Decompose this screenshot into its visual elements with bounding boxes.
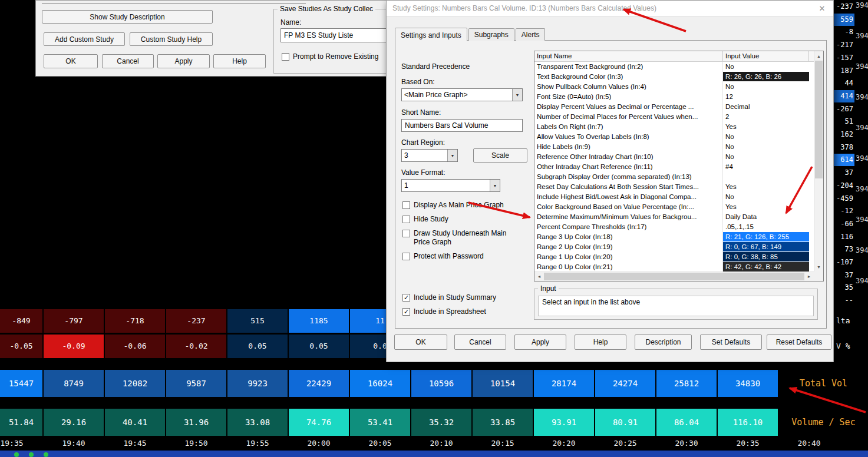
input-table[interactable]: Input Name Input Value Transparent Text … bbox=[534, 51, 824, 282]
input-row[interactable]: Determine Maximum/Minimum Values for Bac… bbox=[534, 212, 814, 222]
input-row[interactable]: Percent Compare Thresholds (In:17).05,.1… bbox=[534, 222, 814, 232]
input-name-cell[interactable]: Display Percent Values as Decimal or Per… bbox=[534, 102, 723, 112]
hscroll-thumb[interactable] bbox=[544, 273, 804, 280]
checkbox-hide-study[interactable]: Hide Study bbox=[402, 215, 519, 224]
scroll-up-icon[interactable]: ▲ bbox=[814, 51, 823, 61]
input-name-cell[interactable]: Percent Compare Thresholds (In:17) bbox=[534, 222, 723, 232]
checkbox-box[interactable] bbox=[402, 216, 410, 223]
checkbox-display-as-main-price-graph[interactable]: Display As Main Price Graph bbox=[402, 201, 519, 210]
input-name-cell[interactable]: Color Background Based on Value Percenta… bbox=[534, 202, 723, 212]
input-value-cell[interactable]: Decimal bbox=[723, 102, 809, 112]
checkbox-box[interactable]: ✓ bbox=[402, 308, 410, 316]
tab-settings-and-inputs[interactable]: Settings and Inputs bbox=[395, 28, 467, 41]
input-name-cell[interactable]: Range 2 Up Color (In:19) bbox=[534, 242, 723, 252]
input-row[interactable]: Font Size (0=Auto) (In:5)12 bbox=[534, 92, 814, 102]
input-value-cell[interactable]: No bbox=[723, 62, 809, 72]
input-row[interactable]: Allow Values To Overlap Labels (In:8)No bbox=[534, 132, 814, 142]
input-value-cell[interactable]: No bbox=[723, 152, 809, 162]
based-on-combo[interactable]: <Main Price Graph> ▼ bbox=[401, 88, 523, 101]
input-row[interactable]: Number of Decimal Places for Percent Val… bbox=[534, 112, 814, 122]
input-value-cell[interactable] bbox=[723, 172, 809, 182]
input-row[interactable]: Range 2 Up Color (In:19)R: 0, G: 67, B: … bbox=[534, 242, 814, 252]
input-name-cell[interactable]: Other Intraday Chart Reference (In:11) bbox=[534, 162, 723, 172]
input-name-cell[interactable]: Determine Maximum/Minimum Values for Bac… bbox=[534, 212, 723, 222]
scale-button[interactable]: Scale bbox=[473, 148, 527, 163]
input-name-cell[interactable]: Text Background Color (In:3) bbox=[534, 72, 723, 82]
input-row[interactable]: Range 0 Up Color (In:21)R: 42, G: 42, B:… bbox=[534, 262, 814, 271]
input-name-cell[interactable]: Reset Day Calculations At Both Session S… bbox=[534, 182, 723, 192]
study-collection-name-input[interactable]: FP M3 ES Study Liste bbox=[280, 28, 390, 42]
input-name-cell[interactable]: Allow Values To Overlap Labels (In:8) bbox=[534, 132, 723, 142]
input-name-cell[interactable]: Range 0 Up Color (In:21) bbox=[534, 262, 723, 271]
description-button[interactable]: Description bbox=[635, 335, 692, 350]
vertical-scrollbar[interactable]: ▲ ▼ bbox=[814, 51, 823, 271]
checkbox-include-in-spreadsheet[interactable]: ✓Include in Spreadsheet bbox=[402, 307, 523, 316]
help-button[interactable]: Help bbox=[575, 335, 626, 350]
input-value-cell[interactable]: R: 0, G: 38, B: 85 bbox=[723, 252, 809, 262]
input-name-cell[interactable]: Show Pullback Column Values (In:4) bbox=[534, 82, 723, 92]
input-value-cell[interactable]: R: 42, G: 42, B: 42 bbox=[723, 262, 809, 271]
input-row[interactable]: Transparent Text Background (In:2)No bbox=[534, 62, 814, 72]
taskbar-green-icon[interactable] bbox=[14, 452, 19, 457]
input-value-cell[interactable]: 2 bbox=[723, 112, 809, 122]
checkbox-box[interactable]: ✓ bbox=[402, 294, 410, 302]
input-name-cell[interactable]: Subgraph Display Order (comma separated)… bbox=[534, 172, 723, 182]
vscroll-thumb[interactable] bbox=[815, 61, 823, 178]
input-value-cell[interactable]: 12 bbox=[723, 92, 809, 102]
scroll-down-icon[interactable]: ▼ bbox=[814, 262, 823, 271]
chevron-down-icon[interactable]: ▼ bbox=[490, 180, 500, 191]
scroll-left-icon[interactable]: ◄ bbox=[534, 272, 544, 281]
input-name-cell[interactable]: Reference Other Intraday Chart (In:10) bbox=[534, 152, 723, 162]
input-value-cell[interactable]: R: 26, G: 26, B: 26 bbox=[723, 72, 809, 82]
input-row[interactable]: Reference Other Intraday Chart (In:10)No bbox=[534, 152, 814, 162]
checkbox-box[interactable] bbox=[282, 53, 289, 61]
value-format-combo[interactable]: 1 ▼ bbox=[401, 179, 500, 192]
bg-ok-button[interactable]: OK bbox=[44, 54, 98, 68]
short-name-input[interactable]: Numbers Bars Cal Volume bbox=[401, 119, 523, 132]
input-value-cell[interactable]: #4 bbox=[723, 162, 809, 172]
input-row[interactable]: Other Intraday Chart Reference (In:11)#4 bbox=[534, 162, 814, 172]
input-value-cell[interactable]: No bbox=[723, 82, 809, 92]
input-row[interactable]: Text Background Color (In:3)R: 26, G: 26… bbox=[534, 72, 814, 82]
bg-help-button[interactable]: Help bbox=[213, 54, 266, 68]
show-study-description-button[interactable]: Show Study Description bbox=[42, 10, 213, 24]
input-row[interactable]: Show Pullback Column Values (In:4)No bbox=[534, 82, 814, 92]
input-value-cell[interactable]: Yes bbox=[723, 182, 809, 192]
input-value-cell[interactable]: No bbox=[723, 142, 809, 152]
input-row[interactable]: Hide Labels (In:9)No bbox=[534, 142, 814, 152]
input-name-cell[interactable]: Labels On Right (In:7) bbox=[534, 122, 723, 132]
input-value-cell[interactable]: R: 0, G: 67, B: 149 bbox=[723, 242, 809, 252]
input-row[interactable]: Reset Day Calculations At Both Session S… bbox=[534, 182, 814, 192]
input-row[interactable]: Labels On Right (In:7)Yes bbox=[534, 122, 814, 132]
input-name-cell[interactable]: Font Size (0=Auto) (In:5) bbox=[534, 92, 723, 102]
scroll-right-icon[interactable]: ► bbox=[804, 272, 814, 281]
bg-apply-button[interactable]: Apply bbox=[157, 54, 210, 68]
checkbox-box[interactable] bbox=[402, 253, 410, 260]
set-defaults-button[interactable]: Set Defaults bbox=[700, 335, 762, 350]
column-header-input-name[interactable]: Input Name bbox=[534, 51, 723, 61]
input-name-cell[interactable]: Transparent Text Background (In:2) bbox=[534, 62, 723, 72]
close-icon[interactable]: ✕ bbox=[816, 1, 829, 16]
taskbar-green-icon[interactable] bbox=[29, 452, 34, 457]
input-name-cell[interactable]: Number of Decimal Places for Percent Val… bbox=[534, 112, 723, 122]
input-value-cell[interactable]: R: 21, G: 126, B: 255 bbox=[723, 232, 809, 242]
chart-region-combo[interactable]: 3 ▼ bbox=[401, 149, 458, 162]
checkbox-box[interactable] bbox=[402, 230, 410, 237]
input-value-cell[interactable]: .05,.1,.15 bbox=[723, 222, 809, 232]
taskbar-green-icon[interactable] bbox=[44, 452, 48, 457]
checkbox-draw-study-underneath-main-price-graph[interactable]: Draw Study Underneath Main Price Graph bbox=[402, 229, 519, 247]
bg-cancel-button[interactable]: Cancel bbox=[102, 54, 154, 68]
apply-button[interactable]: Apply bbox=[514, 335, 566, 350]
horizontal-scrollbar[interactable]: ◄ ► bbox=[534, 271, 814, 281]
input-value-cell[interactable]: Daily Data bbox=[723, 212, 809, 222]
checkbox-protect-with-password[interactable]: Protect with Password bbox=[402, 252, 519, 261]
input-value-cell[interactable]: Yes bbox=[723, 202, 809, 212]
input-row[interactable]: Color Background Based on Value Percenta… bbox=[534, 202, 814, 212]
column-header-input-value[interactable]: Input Value bbox=[723, 51, 809, 61]
tab-subgraphs[interactable]: Subgraphs bbox=[468, 28, 514, 41]
ok-button[interactable]: OK bbox=[394, 335, 447, 350]
input-row[interactable]: Range 3 Up Color (In:18)R: 21, G: 126, B… bbox=[534, 232, 814, 242]
dialog-titlebar[interactable]: Study Settings: Numbers Bars Cal Volume.… bbox=[387, 1, 833, 16]
input-value-cell[interactable]: Yes bbox=[723, 122, 809, 132]
chevron-down-icon[interactable]: ▼ bbox=[447, 150, 457, 161]
